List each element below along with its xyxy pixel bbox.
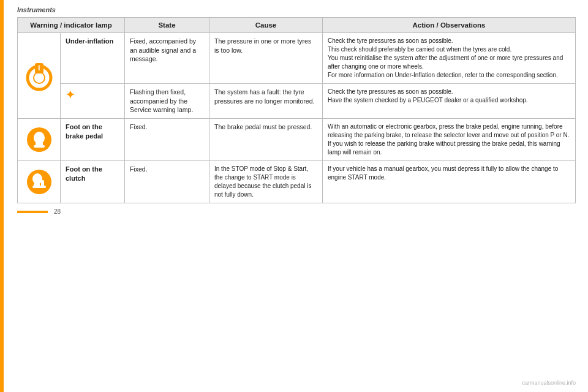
tyre-icon: ! i <box>23 61 55 91</box>
action-cell-1: Check the tyre pressures as soon as poss… <box>323 84 576 119</box>
col-header-cause: Cause <box>209 18 323 33</box>
svg-text:i: i <box>38 63 40 72</box>
svg-rect-13 <box>41 180 44 187</box>
page-header: Instruments <box>17 6 576 13</box>
warning-name-cell-sub: ✦ <box>61 84 125 119</box>
tyre-sub-symbol: ✦ <box>66 89 75 101</box>
table-row: Foot on the brake pedal Fixed. The brake… <box>18 119 576 161</box>
col-header-warning: Warning / indicator lamp <box>18 18 125 33</box>
table-row: Foot on the clutch Fixed. In the STOP mo… <box>18 161 576 203</box>
warning-table: Warning / indicator lamp State Cause Act… <box>17 17 576 203</box>
cause-cell-0: The pressure in one or more tyres is too… <box>209 33 323 84</box>
svg-rect-8 <box>34 145 45 148</box>
watermark: carmanualsonline.info <box>522 380 576 386</box>
orange-accent-bar <box>0 0 4 392</box>
cause-cell-2: The brake pedal must be pressed. <box>209 119 323 161</box>
state-cell-1: Flashing then fixed, accompanied by the … <box>125 84 209 119</box>
table-row: ! i Under-inflation Fixed, accompanied b… <box>18 33 576 84</box>
warning-name-2: Foot on the brake pedal <box>66 123 103 140</box>
cause-cell-1: The system has a fault: the tyre pressur… <box>209 84 323 119</box>
warning-name-3: Foot on the clutch <box>66 165 102 182</box>
state-cell-2: Fixed. <box>125 119 209 161</box>
page-number: 28 <box>54 208 61 215</box>
svg-point-1 <box>34 72 45 83</box>
action-cell-3: If your vehicle has a manual gearbox, yo… <box>323 161 576 203</box>
table-row: ✦ Flashing then fixed, accompanied by th… <box>18 84 576 119</box>
cause-cell-3: In the STOP mode of Stop & Start, the ch… <box>209 161 323 203</box>
col-header-state: State <box>125 18 209 33</box>
warning-name: Under-inflation <box>66 37 113 45</box>
col-header-action: Action / Observations <box>323 18 576 33</box>
clutch-icon <box>23 168 55 196</box>
warning-name-cell-3: Foot on the clutch <box>61 161 125 203</box>
svg-point-10 <box>32 173 42 184</box>
state-cell-0: Fixed, accompanied by an audible signal … <box>125 33 209 84</box>
action-cell-2: With an automatic or electronic gearbox,… <box>323 119 576 161</box>
brake-icon <box>23 126 55 154</box>
action-cell-0: Check the tyre pressures as soon as poss… <box>323 33 576 84</box>
warning-name-cell-2: Foot on the brake pedal <box>61 119 125 161</box>
state-cell-3: Fixed. <box>125 161 209 203</box>
warning-name-cell: Under-inflation <box>61 33 125 84</box>
bottom-orange-strip <box>17 211 48 213</box>
